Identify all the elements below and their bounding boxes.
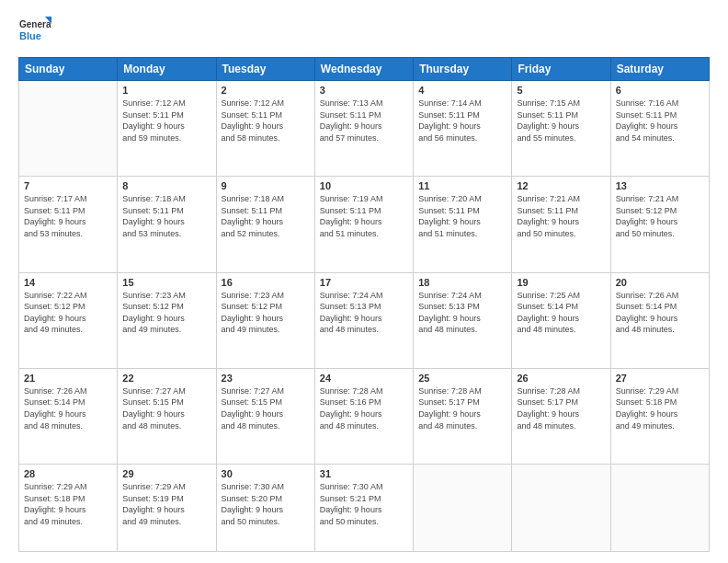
day-info: Sunrise: 7:12 AM Sunset: 5:11 PM Dayligh… (122, 98, 210, 144)
calendar-cell: 4Sunrise: 7:14 AM Sunset: 5:11 PM Daylig… (414, 81, 512, 177)
day-info: Sunrise: 7:27 AM Sunset: 5:15 PM Dayligh… (222, 385, 310, 431)
day-info: Sunrise: 7:20 AM Sunset: 5:11 PM Dayligh… (418, 193, 506, 239)
calendar-cell: 23Sunrise: 7:27 AM Sunset: 5:15 PM Dayli… (216, 368, 314, 464)
day-info: Sunrise: 7:23 AM Sunset: 5:12 PM Dayligh… (122, 290, 210, 336)
day-number: 8 (122, 180, 210, 191)
calendar-week-1: 1Sunrise: 7:12 AM Sunset: 5:11 PM Daylig… (19, 81, 710, 177)
svg-text:General: General (19, 19, 51, 29)
calendar-cell: 2Sunrise: 7:12 AM Sunset: 5:11 PM Daylig… (216, 81, 314, 177)
day-number: 25 (418, 373, 506, 384)
day-number: 16 (222, 277, 310, 288)
day-info: Sunrise: 7:15 AM Sunset: 5:11 PM Dayligh… (517, 98, 605, 144)
day-number: 7 (24, 180, 112, 191)
day-number: 23 (222, 373, 310, 384)
day-number: 17 (320, 277, 408, 288)
calendar-header-saturday: Saturday (610, 58, 709, 81)
day-info: Sunrise: 7:28 AM Sunset: 5:17 PM Dayligh… (418, 385, 506, 431)
calendar-cell: 18Sunrise: 7:24 AM Sunset: 5:13 PM Dayli… (414, 272, 512, 368)
calendar-cell: 28Sunrise: 7:29 AM Sunset: 5:18 PM Dayli… (19, 465, 118, 552)
calendar-cell (19, 81, 118, 177)
calendar-cell: 29Sunrise: 7:29 AM Sunset: 5:19 PM Dayli… (118, 465, 216, 552)
day-number: 9 (222, 180, 310, 191)
calendar-cell: 1Sunrise: 7:12 AM Sunset: 5:11 PM Daylig… (118, 81, 216, 177)
calendar-cell: 22Sunrise: 7:27 AM Sunset: 5:15 PM Dayli… (118, 368, 216, 464)
calendar-cell (414, 465, 512, 552)
day-number: 6 (616, 85, 704, 96)
calendar-cell: 7Sunrise: 7:17 AM Sunset: 5:11 PM Daylig… (19, 177, 118, 272)
day-info: Sunrise: 7:21 AM Sunset: 5:12 PM Dayligh… (616, 193, 704, 239)
day-number: 24 (320, 373, 408, 384)
logo: General Blue (18, 15, 51, 48)
calendar-cell: 13Sunrise: 7:21 AM Sunset: 5:12 PM Dayli… (610, 177, 709, 272)
day-info: Sunrise: 7:26 AM Sunset: 5:14 PM Dayligh… (24, 385, 112, 431)
page-container: General Blue SundayMondayTuesdayWednesda… (0, 0, 728, 563)
calendar-cell: 25Sunrise: 7:28 AM Sunset: 5:17 PM Dayli… (414, 368, 512, 464)
day-number: 19 (517, 277, 605, 288)
day-info: Sunrise: 7:26 AM Sunset: 5:14 PM Dayligh… (616, 290, 704, 336)
day-info: Sunrise: 7:19 AM Sunset: 5:11 PM Dayligh… (320, 193, 408, 239)
day-number: 20 (616, 277, 704, 288)
day-info: Sunrise: 7:17 AM Sunset: 5:11 PM Dayligh… (24, 193, 112, 239)
day-number: 4 (418, 85, 506, 96)
day-info: Sunrise: 7:18 AM Sunset: 5:11 PM Dayligh… (222, 193, 310, 239)
day-info: Sunrise: 7:14 AM Sunset: 5:11 PM Dayligh… (418, 98, 506, 144)
day-info: Sunrise: 7:25 AM Sunset: 5:14 PM Dayligh… (517, 290, 605, 336)
page-header: General Blue (18, 15, 710, 48)
calendar-cell: 5Sunrise: 7:15 AM Sunset: 5:11 PM Daylig… (512, 81, 610, 177)
day-number: 31 (320, 468, 408, 479)
calendar-cell (512, 465, 610, 552)
calendar-cell: 11Sunrise: 7:20 AM Sunset: 5:11 PM Dayli… (414, 177, 512, 272)
day-number: 14 (24, 277, 112, 288)
day-info: Sunrise: 7:12 AM Sunset: 5:11 PM Dayligh… (222, 98, 310, 144)
day-info: Sunrise: 7:16 AM Sunset: 5:11 PM Dayligh… (616, 98, 704, 144)
day-info: Sunrise: 7:24 AM Sunset: 5:13 PM Dayligh… (320, 290, 408, 336)
day-number: 15 (122, 277, 210, 288)
calendar-header-tuesday: Tuesday (216, 58, 314, 81)
day-number: 10 (320, 180, 408, 191)
calendar-header-thursday: Thursday (414, 58, 512, 81)
calendar-table: SundayMondayTuesdayWednesdayThursdayFrid… (18, 57, 710, 552)
day-number: 27 (616, 373, 704, 384)
calendar-cell: 9Sunrise: 7:18 AM Sunset: 5:11 PM Daylig… (216, 177, 314, 272)
calendar-cell (610, 465, 709, 552)
day-number: 11 (418, 180, 506, 191)
calendar-cell: 27Sunrise: 7:29 AM Sunset: 5:18 PM Dayli… (610, 368, 709, 464)
day-number: 2 (222, 85, 310, 96)
calendar-cell: 6Sunrise: 7:16 AM Sunset: 5:11 PM Daylig… (610, 81, 709, 177)
svg-text:Blue: Blue (19, 30, 41, 41)
calendar-cell: 10Sunrise: 7:19 AM Sunset: 5:11 PM Dayli… (314, 177, 413, 272)
day-number: 3 (320, 85, 408, 96)
day-info: Sunrise: 7:28 AM Sunset: 5:16 PM Dayligh… (320, 385, 408, 431)
day-number: 5 (517, 85, 605, 96)
day-number: 30 (222, 468, 310, 479)
logo-icon: General Blue (18, 15, 51, 48)
calendar-week-4: 21Sunrise: 7:26 AM Sunset: 5:14 PM Dayli… (19, 368, 710, 464)
day-info: Sunrise: 7:30 AM Sunset: 5:21 PM Dayligh… (320, 481, 408, 527)
day-number: 12 (517, 180, 605, 191)
calendar-cell: 17Sunrise: 7:24 AM Sunset: 5:13 PM Dayli… (314, 272, 413, 368)
day-number: 13 (616, 180, 704, 191)
day-info: Sunrise: 7:18 AM Sunset: 5:11 PM Dayligh… (122, 193, 210, 239)
calendar-cell: 24Sunrise: 7:28 AM Sunset: 5:16 PM Dayli… (314, 368, 413, 464)
calendar-header-sunday: Sunday (19, 58, 118, 81)
calendar-cell: 21Sunrise: 7:26 AM Sunset: 5:14 PM Dayli… (19, 368, 118, 464)
calendar-cell: 19Sunrise: 7:25 AM Sunset: 5:14 PM Dayli… (512, 272, 610, 368)
calendar-cell: 31Sunrise: 7:30 AM Sunset: 5:21 PM Dayli… (314, 465, 413, 552)
day-info: Sunrise: 7:23 AM Sunset: 5:12 PM Dayligh… (222, 290, 310, 336)
day-info: Sunrise: 7:29 AM Sunset: 5:18 PM Dayligh… (24, 481, 112, 527)
calendar-cell: 8Sunrise: 7:18 AM Sunset: 5:11 PM Daylig… (118, 177, 216, 272)
day-info: Sunrise: 7:13 AM Sunset: 5:11 PM Dayligh… (320, 98, 408, 144)
calendar-cell: 26Sunrise: 7:28 AM Sunset: 5:17 PM Dayli… (512, 368, 610, 464)
day-number: 28 (24, 468, 112, 479)
day-info: Sunrise: 7:21 AM Sunset: 5:11 PM Dayligh… (517, 193, 605, 239)
calendar-header-wednesday: Wednesday (314, 58, 413, 81)
calendar-header-monday: Monday (118, 58, 216, 81)
calendar-week-3: 14Sunrise: 7:22 AM Sunset: 5:12 PM Dayli… (19, 272, 710, 368)
calendar-cell: 16Sunrise: 7:23 AM Sunset: 5:12 PM Dayli… (216, 272, 314, 368)
calendar-cell: 20Sunrise: 7:26 AM Sunset: 5:14 PM Dayli… (610, 272, 709, 368)
day-info: Sunrise: 7:27 AM Sunset: 5:15 PM Dayligh… (122, 385, 210, 431)
calendar-cell: 15Sunrise: 7:23 AM Sunset: 5:12 PM Dayli… (118, 272, 216, 368)
calendar-cell: 14Sunrise: 7:22 AM Sunset: 5:12 PM Dayli… (19, 272, 118, 368)
day-info: Sunrise: 7:29 AM Sunset: 5:19 PM Dayligh… (122, 481, 210, 527)
calendar-cell: 30Sunrise: 7:30 AM Sunset: 5:20 PM Dayli… (216, 465, 314, 552)
